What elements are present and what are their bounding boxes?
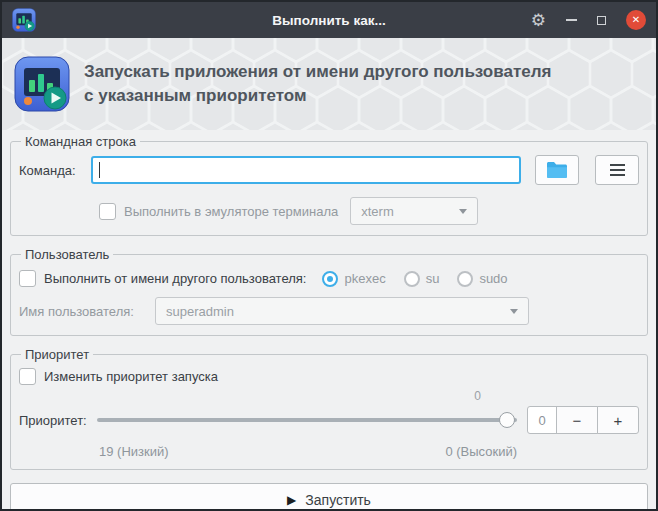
terminal-row: Выполнить в эмуляторе терминала xterm: [19, 197, 639, 225]
sudo-label: sudo: [479, 271, 507, 286]
maximize-icon[interactable]: [597, 16, 606, 25]
app-icon-large: [14, 56, 70, 112]
slider-value-row: 0: [19, 389, 639, 404]
slider-track[interactable]: [97, 418, 517, 422]
sudo-radio[interactable]: [457, 271, 473, 287]
username-label: Имя пользователя:: [19, 304, 155, 319]
change-priority-checkbox[interactable]: [19, 368, 36, 385]
run-button[interactable]: ▶ Запустить: [10, 483, 648, 511]
priority-label: Приоритет:: [19, 413, 97, 428]
command-line-legend: Командная строка: [21, 134, 140, 149]
su-label: su: [426, 271, 440, 286]
pkexec-radio[interactable]: [322, 271, 338, 287]
auth-option-pkexec[interactable]: pkexec: [322, 271, 385, 287]
hamburger-icon: [610, 164, 625, 176]
minimize-icon[interactable]: [566, 19, 577, 21]
page-title-line2: с указанным приоритетом: [84, 84, 551, 108]
titlebar[interactable]: Выполнить как... ⚙ ✕: [2, 2, 656, 38]
user-group: Пользователь Выполнить от имени другого …: [10, 247, 648, 336]
chevron-down-icon: [459, 209, 467, 214]
folder-icon: [546, 161, 568, 179]
app-icon-small: [12, 8, 36, 32]
run-as-window: Выполнить как... ⚙ ✕ Запускать приложени…: [0, 0, 658, 511]
header-banner: Запускать приложения от имени другого по…: [2, 38, 656, 130]
username-select[interactable]: superadmin: [155, 297, 529, 325]
username-value: superadmin: [166, 304, 234, 319]
priority-spinbox: 0 − +: [527, 406, 639, 434]
change-priority-row: Изменить приоритет запуска: [19, 368, 639, 385]
auth-option-sudo[interactable]: sudo: [457, 271, 507, 287]
su-radio[interactable]: [404, 271, 420, 287]
command-row: Команда:: [19, 155, 639, 185]
priority-decrement-button[interactable]: −: [556, 406, 598, 434]
content-area: Командная строка Команда:: [2, 130, 656, 511]
run-button-label: Запустить: [305, 492, 371, 508]
command-label: Команда:: [19, 163, 91, 178]
priority-legend: Приоритет: [21, 347, 93, 362]
run-in-terminal-label: Выполнить в эмуляторе терминала: [124, 204, 338, 219]
priority-spin-value[interactable]: 0: [527, 406, 557, 434]
priority-range-labels: 19 (Низкий) 0 (Высокий): [19, 444, 639, 459]
close-icon: ✕: [632, 15, 640, 25]
priority-slider-row: Приоритет: 0 − +: [19, 406, 639, 434]
page-title: Запускать приложения от имени другого по…: [84, 60, 551, 108]
username-row: Имя пользователя: superadmin: [19, 297, 639, 325]
close-button[interactable]: ✕: [626, 10, 646, 30]
auth-option-su[interactable]: su: [404, 271, 440, 287]
user-legend: Пользователь: [21, 247, 113, 262]
terminal-emulator-value: xterm: [361, 204, 394, 219]
priority-min-label: 19 (Низкий): [99, 444, 169, 459]
priority-slider[interactable]: [97, 406, 517, 434]
run-as-other-user-label: Выполнить от имени другого пользователя:: [44, 271, 306, 286]
text-caret: [99, 162, 100, 178]
run-as-other-user-row: Выполнить от имени другого пользователя:…: [19, 270, 639, 287]
priority-increment-button[interactable]: +: [597, 406, 639, 434]
slider-thumb[interactable]: [499, 412, 515, 428]
settings-gear-icon[interactable]: ⚙: [531, 12, 546, 29]
change-priority-label: Изменить приоритет запуска: [44, 369, 218, 384]
priority-max-label: 0 (Высокий): [445, 444, 517, 459]
chevron-down-icon: [510, 309, 518, 314]
history-menu-button[interactable]: [595, 155, 639, 185]
slider-value-label: 0: [474, 389, 481, 404]
browse-file-button[interactable]: [535, 155, 579, 185]
command-input-wrap: [91, 156, 521, 184]
command-input[interactable]: [91, 156, 521, 184]
run-as-other-user-checkbox[interactable]: [19, 270, 36, 287]
page-title-line1: Запускать приложения от имени другого по…: [84, 60, 551, 84]
run-in-terminal-checkbox[interactable]: [99, 203, 116, 220]
pkexec-label: pkexec: [344, 271, 385, 286]
play-icon: ▶: [287, 494, 296, 506]
command-line-group: Командная строка Команда:: [10, 134, 648, 236]
priority-group: Приоритет Изменить приоритет запуска 0 П…: [10, 347, 648, 470]
terminal-emulator-select[interactable]: xterm: [350, 197, 478, 225]
auth-method-radio-group: pkexec su sudo: [322, 271, 507, 287]
